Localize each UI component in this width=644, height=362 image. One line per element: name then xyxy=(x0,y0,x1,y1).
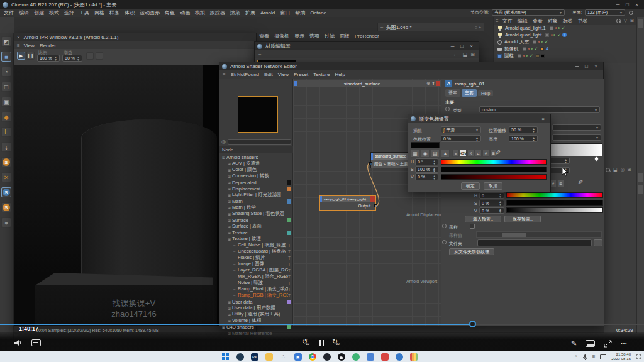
layer-checkbox[interactable] xyxy=(545,33,549,37)
picture-icon[interactable]: ▲ xyxy=(441,150,450,158)
layer-checkbox[interactable] xyxy=(518,54,521,58)
om-add-icon[interactable]: ⊞ xyxy=(630,18,634,23)
menubar-item-模式[interactable]: 模式 xyxy=(49,9,59,16)
hamburger-icon[interactable]: ≡ xyxy=(17,43,20,48)
am-lock-icon[interactable]: ⬓ xyxy=(613,167,618,172)
viewport-menu-item-选项[interactable]: 选项 xyxy=(309,33,319,40)
qq-icon[interactable] xyxy=(337,353,345,361)
s-field[interactable]: 0 %▲▼ xyxy=(479,200,504,206)
start-icon[interactable] xyxy=(221,353,230,361)
tree-item[interactable]: –Mix_RGBA | 混合_RGBAT xyxy=(220,273,292,280)
video-progress-played[interactable] xyxy=(0,324,473,325)
tab-dots-icon[interactable]: ○ + xyxy=(475,25,481,30)
sample-checkbox[interactable] xyxy=(470,224,475,229)
object-manager-menu-item-标签[interactable]: 标签 xyxy=(563,18,573,25)
swatch-table-mode[interactable]: ⊞ xyxy=(557,180,564,187)
node-search-input[interactable] xyxy=(228,139,291,145)
eyedropper-icon[interactable]: ✎ xyxy=(494,150,501,155)
menubar-item-跟踪器[interactable]: 跟踪器 xyxy=(210,9,225,16)
tree-item[interactable]: ⊞Surface xyxy=(220,217,292,223)
volume-icon[interactable] xyxy=(14,339,23,346)
tree-item[interactable]: ⊞User data | 用户数据 xyxy=(220,305,292,311)
arnold-tag-icon[interactable]: A xyxy=(545,47,548,51)
app-dark-icon[interactable] xyxy=(323,353,331,361)
save-preset-button[interactable]: 保存预置.. xyxy=(504,216,541,222)
tree-item[interactable]: –Layer_RGBA | 图层_RGBAT xyxy=(220,267,292,273)
orange-tag-icon[interactable] xyxy=(540,47,544,51)
tree-item[interactable]: –Image | 图像T xyxy=(220,261,292,267)
object-manager-menu-item-书签[interactable]: 书签 xyxy=(578,18,588,25)
eyedropper-icon[interactable]: ✎ xyxy=(577,179,584,184)
render-dot[interactable] xyxy=(531,48,533,50)
video-scrubber[interactable] xyxy=(469,321,476,327)
tree-item[interactable]: ⊞Arnold shaders xyxy=(220,154,292,160)
tree-item[interactable]: ⊞Utility | 通用 (实用工具) xyxy=(220,311,292,317)
kelvin-mode[interactable]: K xyxy=(467,150,474,157)
task-list-icon[interactable]: ≡ xyxy=(592,354,596,359)
shader-editor-menu-item-Help[interactable]: Help xyxy=(335,72,345,77)
material-mode-icon[interactable]: ◩ xyxy=(1,36,11,47)
input-port[interactable] xyxy=(369,162,372,165)
menubar-item-窗口[interactable]: 窗口 xyxy=(280,9,290,16)
s-bar[interactable] xyxy=(441,167,547,172)
menubar-item-扩展[interactable]: 扩展 xyxy=(245,9,255,16)
search-icon[interactable] xyxy=(629,11,633,15)
dock-tab[interactable] xyxy=(638,185,643,194)
menubar-item-模拟[interactable]: 模拟 xyxy=(195,9,205,16)
pause-button[interactable] xyxy=(319,340,326,346)
points-mode-icon[interactable]: ▣ xyxy=(1,97,11,107)
key-dot-icon[interactable] xyxy=(442,224,447,228)
snap-enable-icon[interactable]: S xyxy=(1,157,11,167)
more-icon[interactable]: ••• xyxy=(621,341,627,346)
axis-mode-icon[interactable]: L xyxy=(1,127,11,137)
visibility-dot[interactable] xyxy=(523,55,525,57)
hamburger-icon[interactable]: ≡ xyxy=(223,72,226,77)
shrink-icon[interactable] xyxy=(604,340,612,348)
h-field[interactable]: 0▲▼ xyxy=(479,192,504,199)
texture-tag-icon[interactable] xyxy=(536,54,540,58)
menubar-item-工具[interactable]: 工具 xyxy=(79,9,89,16)
tree-item[interactable]: ⊞Conversion | 转换 xyxy=(220,173,292,179)
visibility-dot[interactable] xyxy=(538,41,540,43)
object-toggles[interactable]: ✓A xyxy=(523,47,549,52)
photos-icon[interactable]: ▣ xyxy=(294,353,302,361)
tree-item[interactable]: ⊞Shading State | 着色状态 xyxy=(220,211,292,217)
h-field[interactable]: 0 °▲▼ xyxy=(415,158,438,165)
menubar-item-Arnold[interactable]: Arnold xyxy=(260,10,275,16)
app-blue-icon[interactable] xyxy=(395,353,403,361)
tray-dots-icon[interactable]: ∴ xyxy=(279,353,287,361)
output-port[interactable] xyxy=(374,204,377,207)
folder-input[interactable] xyxy=(477,239,592,246)
load-textures-button[interactable]: 从文件夹加载纹理 xyxy=(449,248,494,255)
tree-item[interactable]: ⊞Displacement xyxy=(220,185,292,192)
tree-item[interactable]: –CheckerBoard | 棋盘格T xyxy=(220,248,292,255)
v-field[interactable]: 0 %▲▼ xyxy=(415,173,438,180)
maximize-button[interactable]: □ xyxy=(623,2,632,8)
object-toggles[interactable]: ✓i xyxy=(545,33,567,38)
viewport-menu-item-显示[interactable]: 显示 xyxy=(294,33,304,40)
menubar-item-网格[interactable]: 网格 xyxy=(94,9,104,16)
edit-icon[interactable]: ✎ xyxy=(571,339,577,348)
object-manager-menu-item-编辑[interactable]: 编辑 xyxy=(518,18,528,25)
visibility-dot[interactable] xyxy=(555,27,557,29)
notebook-icon[interactable] xyxy=(409,353,418,361)
key-dot-icon[interactable] xyxy=(442,240,447,244)
info-badge-icon[interactable]: i xyxy=(562,33,567,37)
tree-item[interactable]: –Flakes | 鳞片T xyxy=(220,255,292,261)
tree-item[interactable]: ⊞Math xyxy=(220,198,292,204)
snap-orange-icon[interactable]: S xyxy=(1,202,11,212)
viewport-menu-item-查看[interactable]: 查看 xyxy=(259,33,269,40)
close-button[interactable]: × xyxy=(591,63,601,69)
enable-axis-icon[interactable]: ↓ xyxy=(1,142,11,152)
tree-item[interactable]: ⊞Texture xyxy=(220,229,292,236)
render-dot[interactable] xyxy=(526,55,528,57)
rewind-10-button[interactable]: ↺10 xyxy=(302,338,313,347)
menubar-item-样条[interactable]: 样条 xyxy=(109,9,119,16)
photoshop-icon[interactable]: Ps xyxy=(250,353,258,361)
menubar-item-选择[interactable]: 选择 xyxy=(64,9,74,16)
tree-item[interactable]: –Cell_Noise | 细胞_噪波T xyxy=(220,242,292,248)
om-filter-icon[interactable]: ▽ xyxy=(624,18,627,23)
object-item[interactable]: 圆柱✓ xyxy=(494,52,636,59)
v-bar[interactable] xyxy=(441,174,547,180)
back-icon[interactable]: ← xyxy=(453,52,458,57)
